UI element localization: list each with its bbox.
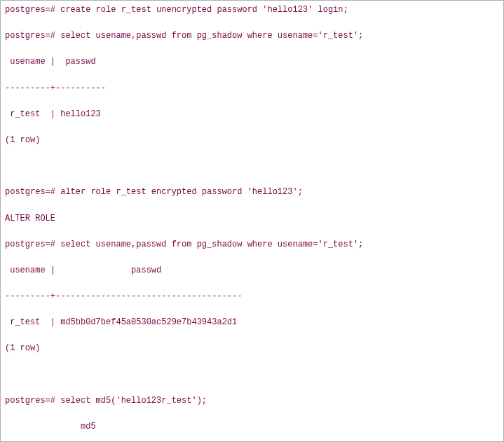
- blank-line: [5, 160, 499, 173]
- table-row-1: r_test | hello123: [5, 108, 499, 121]
- cmd-create-role: postgres=# create role r_test unencrypte…: [5, 4, 499, 17]
- blank-line: [5, 69, 499, 82]
- blank-line: [5, 17, 499, 30]
- blank-line: [5, 407, 499, 420]
- blank-line: [5, 120, 499, 134]
- table-separator-2: ---------+------------------------------…: [5, 290, 499, 303]
- alter-role-result: ALTER ROLE: [5, 212, 499, 226]
- blank-line: [5, 147, 499, 160]
- blank-line: [5, 225, 499, 238]
- blank-line: [5, 329, 499, 343]
- row-count-1: (1 row): [5, 134, 499, 147]
- blank-line: [5, 251, 499, 264]
- blank-line: [5, 199, 499, 212]
- blank-line: [5, 43, 499, 56]
- blank-line: [5, 173, 499, 186]
- cmd-select-1: postgres=# select usename,passwd from pg…: [5, 29, 499, 43]
- table-header-1: usename | passwd: [5, 55, 499, 69]
- table-header-3: md5: [5, 420, 499, 434]
- blank-line: [5, 277, 499, 290]
- blank-line: [5, 355, 499, 368]
- cmd-alter-role: postgres=# alter role r_test encrypted p…: [5, 186, 499, 199]
- row-count-2: (1 row): [5, 342, 499, 355]
- blank-line: [5, 434, 499, 442]
- table-header-2: usename | passwd: [5, 264, 499, 277]
- terminal-output: postgres=# create role r_test unencrypte…: [5, 4, 499, 442]
- cmd-select-2: postgres=# select usename,passwd from pg…: [5, 238, 499, 251]
- blank-line: [5, 303, 499, 317]
- blank-line: [5, 95, 499, 108]
- table-row-2: r_test | md5bb0d7bef45a0530ac529e7b43943…: [5, 316, 499, 329]
- table-separator-1: ---------+----------: [5, 82, 499, 95]
- blank-line: [5, 381, 499, 394]
- cmd-select-md5: postgres=# select md5('hello123r_test');: [5, 394, 499, 408]
- blank-line: [5, 368, 499, 382]
